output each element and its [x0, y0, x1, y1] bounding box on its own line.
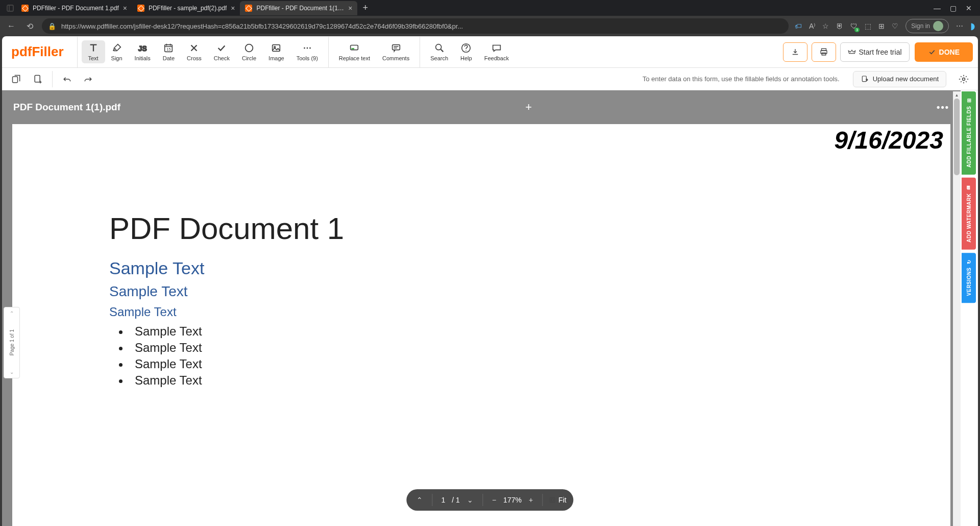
logo[interactable]: pdfFiller [7, 44, 73, 60]
help-tool[interactable]: Help [454, 40, 478, 63]
svg-point-11 [304, 47, 305, 49]
signin-label: Sign in [911, 22, 930, 30]
versions-tab[interactable]: VERSIONS↻ [962, 253, 976, 303]
close-icon[interactable]: × [348, 4, 352, 12]
performance-icon[interactable]: ♡ [892, 22, 898, 30]
bing-sidebar-icon[interactable]: ◗ [970, 20, 975, 32]
hint-text: To enter data on this form, use the fill… [643, 75, 840, 83]
circle-tool[interactable]: Circle [236, 40, 262, 63]
tool-label: Check [214, 55, 230, 61]
doc-title: PDF Document 1 [109, 211, 935, 246]
collections-icon[interactable]: ⊞ [878, 22, 885, 30]
redo-button[interactable] [79, 70, 97, 88]
svg-rect-30 [862, 76, 866, 82]
start-trial-button[interactable]: Start free trial [840, 42, 910, 62]
initials-tool[interactable]: JS Initials [129, 40, 157, 63]
document-page[interactable]: 9/16/2023 PDF Document 1 Sample Text Sam… [12, 124, 950, 526]
add-fillable-fields-tab[interactable]: ADD FILLABLE FIELDS⊞ [962, 91, 976, 175]
prev-page-icon[interactable]: ⌃ [413, 496, 426, 504]
tools-menu[interactable]: Tools (9) [290, 40, 324, 63]
date-annotation[interactable]: 9/16/2023 [834, 126, 943, 154]
browser-tab-2[interactable]: PDFfiller - PDF Document 1(1).pc × [240, 1, 357, 15]
tracking-shield-icon[interactable]: ⛨ [836, 22, 843, 30]
close-icon[interactable]: × [123, 4, 127, 12]
divider [432, 494, 432, 506]
print-button[interactable] [812, 42, 836, 62]
tool-label: Date [163, 55, 175, 61]
shopping-icon[interactable]: 🏷 [795, 22, 802, 30]
next-page-icon[interactable]: ⌄ [464, 496, 476, 504]
svg-text:15: 15 [167, 47, 171, 52]
browser-tab-0[interactable]: PDFfiller - PDF Document 1.pdf × [16, 1, 132, 15]
close-window-icon[interactable]: ✕ [966, 4, 972, 12]
settings-button[interactable] [954, 70, 973, 88]
fit-button[interactable]: Fit [549, 496, 567, 504]
done-button[interactable]: DONE [915, 42, 973, 62]
image-tool[interactable]: Image [262, 40, 290, 63]
doc-heading-4: Sample Text [109, 305, 935, 319]
svg-point-19 [435, 44, 441, 50]
document-viewport[interactable]: PDF Document 1(1).pdf + ••• 9/16/2023 PD… [2, 90, 961, 526]
download-button[interactable] [783, 42, 807, 62]
back-icon[interactable]: ← [5, 21, 17, 31]
divider [420, 37, 420, 67]
read-aloud-icon[interactable]: A⁾ [809, 22, 815, 30]
minimize-icon[interactable]: — [934, 4, 941, 12]
tool-label: Text [88, 55, 98, 61]
close-icon[interactable]: × [231, 4, 235, 12]
page-number-input[interactable] [438, 496, 448, 504]
svg-rect-16 [392, 45, 400, 50]
circle-icon [243, 42, 255, 54]
search-tool[interactable]: Search [424, 40, 454, 63]
pages-panel-button[interactable] [7, 70, 26, 88]
document-filename: PDF Document 1(1).pdf [13, 102, 120, 113]
tool-label: Comments [382, 55, 409, 61]
divider [77, 37, 78, 67]
trial-label: Start free trial [859, 48, 902, 56]
chevron-down-icon[interactable]: ⌄ [10, 369, 14, 375]
browser-address-bar: ← ⟲ 🔒 https://www.pdffiller.com/jsfiller… [0, 16, 980, 36]
crown-icon [848, 48, 856, 56]
document-more-icon[interactable]: ••• [937, 102, 949, 113]
date-tool[interactable]: 15 Date [157, 40, 181, 63]
undo-button[interactable] [58, 70, 76, 88]
more-horizontal-icon [302, 42, 313, 54]
zoom-level: 177% [503, 496, 522, 504]
replace-text-tool[interactable]: Replace text [333, 40, 376, 63]
help-icon [460, 42, 472, 54]
svg-rect-27 [35, 75, 40, 82]
extensions-icon[interactable]: ⬚ [865, 22, 871, 30]
upload-icon [861, 75, 869, 83]
sign-tool[interactable]: Sign [105, 40, 129, 63]
upload-document-button[interactable]: Upload new document [853, 71, 946, 87]
vertical-scrollbar[interactable]: ▲ [953, 91, 961, 526]
chevron-up-icon[interactable]: ⌃ [10, 310, 14, 316]
zoom-out-icon[interactable]: − [489, 496, 499, 504]
zoom-in-icon[interactable]: + [526, 496, 536, 504]
feedback-tool[interactable]: Feedback [478, 40, 515, 63]
new-tab-button[interactable]: + [357, 3, 373, 13]
tab-overview-icon[interactable] [4, 5, 16, 12]
tool-label: Sign [111, 55, 122, 61]
tool-label: Tools (9) [297, 55, 318, 61]
browser-tab-1[interactable]: PDFfiller - sample_pdf(2).pdf × [132, 1, 240, 15]
comments-tool[interactable]: Comments [376, 40, 415, 63]
more-icon[interactable]: ⋯ [956, 22, 963, 30]
page-plus-icon [33, 74, 43, 84]
check-tool[interactable]: Check [208, 40, 236, 63]
add-page-button[interactable] [29, 70, 47, 88]
scrollbar-thumb[interactable] [954, 99, 960, 175]
add-document-icon[interactable]: + [525, 101, 532, 114]
tool-label: Initials [135, 55, 151, 61]
maximize-icon[interactable]: ▢ [950, 4, 957, 12]
text-tool[interactable]: Text [82, 40, 105, 63]
list-item: Sample Text [130, 324, 935, 339]
cross-tool[interactable]: Cross [181, 40, 208, 63]
scroll-up-icon[interactable]: ▲ [953, 91, 961, 99]
favorite-icon[interactable]: ☆ [822, 22, 829, 30]
adblock-shield-icon[interactable]: 🛡 [850, 22, 857, 30]
add-watermark-tab[interactable]: ADD WATERMARK🗎 [962, 178, 976, 250]
url-input[interactable]: 🔒 https://www.pdffiller.com/jsfiller-des… [42, 18, 789, 34]
signin-button[interactable]: Sign in [905, 19, 949, 33]
refresh-icon[interactable]: ⟲ [23, 21, 36, 31]
